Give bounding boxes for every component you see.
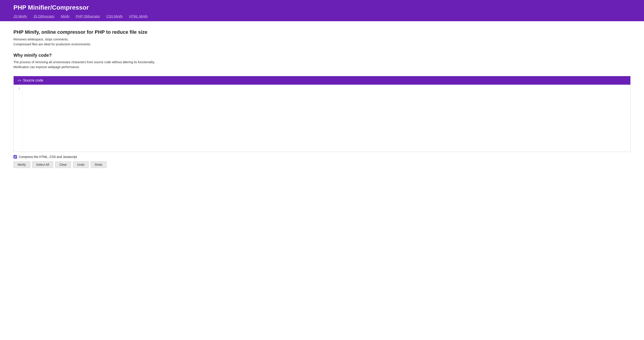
nav-php-obfuscator[interactable]: PHP Obfuscator [76,14,100,21]
button-row: Minify Select All Clear Undo Redo [14,161,630,168]
code-icon: <> [18,79,21,82]
select-all-button[interactable]: Select All [32,161,54,168]
page-description: Removes whitespace, strips comments. Com… [14,37,630,47]
nav-js-minify[interactable]: JS Minify [14,14,27,21]
app-title: PHP Minifier/Compressor [14,4,630,11]
why-line2: Minification can improve webpage perform… [14,65,80,69]
nav-js-obfuscator[interactable]: JS Obfuscator [33,14,54,21]
main-nav: JS Minify JS Obfuscator Minify PHP Obfus… [14,14,630,21]
main-content: PHP Minify, online compressor for PHP to… [0,21,644,340]
clear-button[interactable]: Clear [55,161,71,168]
source-panel-header: <> Source code [14,76,630,85]
nav-minify[interactable]: Minify [61,14,70,21]
source-panel: <> Source code 1 [14,76,630,152]
nav-html-minify[interactable]: HTML Minify [129,14,148,21]
why-description: The process of removing all unnecessary … [14,60,630,70]
why-title: Why minify code? [14,53,630,58]
line-number-1: 1 [16,86,20,91]
redo-button[interactable]: Redo [90,161,106,168]
description-line2: Compressed files are ideal for productio… [14,42,91,46]
source-input[interactable] [22,85,630,152]
description-line1: Removes whitespace, strips comments. [14,37,69,41]
nav-css-minify[interactable]: CSS Minify [106,14,123,21]
checkbox-row: Compress the HTML, CSS and Javascript [14,155,630,159]
source-panel-title: Source code [23,78,43,82]
page-title: PHP Minify, online compressor for PHP to… [14,29,630,35]
compress-checkbox[interactable] [14,155,17,159]
compress-label[interactable]: Compress the HTML, CSS and Javascript [19,155,77,159]
undo-button[interactable]: Undo [73,161,89,168]
source-code-wrapper: 1 [14,85,630,152]
why-line1: The process of removing all unnecessary … [14,60,155,64]
header: PHP Minifier/Compressor JS Minify JS Obf… [0,0,644,21]
minify-button[interactable]: Minify [14,161,30,168]
line-numbers: 1 [14,85,22,152]
